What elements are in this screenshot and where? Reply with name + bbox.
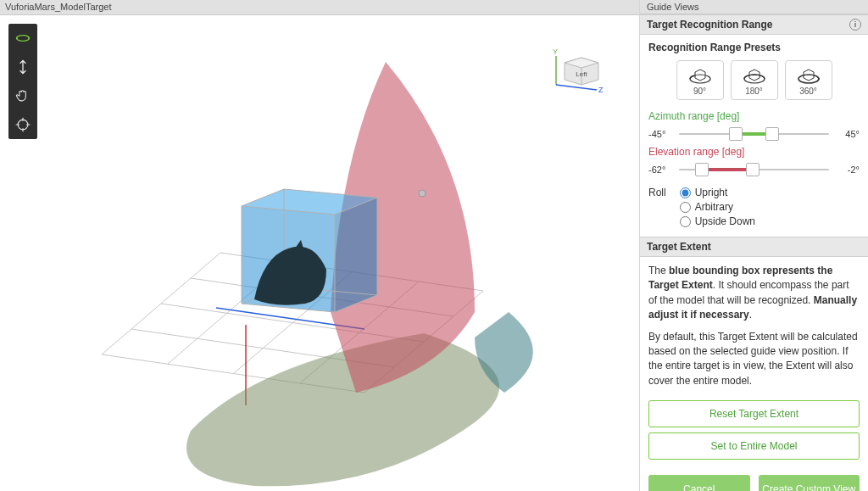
presets-label: Recognition Range Presets [648, 42, 860, 53]
pan-tool[interactable] [8, 81, 37, 110]
preset-180-icon [742, 66, 767, 85]
elevation-low-value: -62° [648, 165, 674, 175]
extent-desc-1: The blue bounding box represents the Tar… [648, 264, 860, 323]
svg-point-17 [18, 120, 28, 130]
section-recognition-title: Target Recognition Range [647, 19, 772, 31]
svg-line-19 [556, 85, 597, 90]
preset-360-icon [796, 66, 821, 85]
cancel-button[interactable]: Cancel [648, 475, 750, 491]
axis-z-label: Z [598, 86, 604, 94]
elevation-thumb-low[interactable] [695, 163, 709, 176]
side-panel: Guide Views Target Recognition Range i R… [639, 0, 868, 491]
preset-90[interactable]: 90° [676, 60, 724, 100]
elevation-slider[interactable] [679, 161, 829, 178]
reset-extent-button[interactable]: Reset Target Extent [648, 400, 860, 427]
azimuth-low-value: -45° [648, 129, 674, 139]
cube-face-label: Left [576, 70, 587, 78]
svg-point-16 [17, 36, 30, 42]
viewport-toolbar [8, 24, 37, 139]
azimuth-slider[interactable] [679, 126, 829, 142]
elevation-thumb-high[interactable] [746, 163, 760, 176]
hand-icon [14, 87, 31, 104]
view-cube[interactable]: Y Z Left [548, 46, 609, 93]
orbit-tool[interactable] [8, 24, 37, 53]
dolly-icon [14, 59, 31, 75]
azimuth-high-value: 45° [834, 129, 860, 139]
orbit-icon [14, 30, 31, 47]
extent-desc-2: By default, this Target Extent will be c… [648, 330, 860, 389]
axis-y-label: Y [553, 47, 558, 56]
roll-label: Roll [648, 187, 666, 198]
azimuth-thumb-low[interactable] [729, 127, 743, 141]
preset-360-label: 360° [799, 86, 817, 96]
svg-point-15 [419, 190, 426, 197]
create-custom-view-button[interactable]: Create Custom View [759, 475, 860, 491]
set-entire-model-button[interactable]: Set to Entire Model [648, 432, 860, 460]
preset-90-icon [687, 66, 713, 85]
preset-360[interactable]: 360° [785, 60, 832, 100]
section-extent-title: Target Extent [647, 241, 711, 253]
section-recognition-header: Target Recognition Range i [640, 14, 868, 35]
viewport-3d[interactable]: Y Z Left [0, 15, 639, 491]
scene-svg [0, 15, 639, 491]
elevation-high-value: -2° [834, 165, 860, 175]
elevation-label: Elevation range [deg] [648, 146, 860, 158]
window-title: VuforiaMars_ModelTarget [0, 0, 639, 15]
preset-180-label: 180° [745, 86, 763, 96]
roll-option-upside-down[interactable]: Upside Down [680, 215, 755, 227]
roll-option-upright[interactable]: Upright [680, 187, 755, 198]
preset-90-label: 90° [693, 86, 706, 96]
info-icon[interactable]: i [849, 19, 861, 31]
svg-point-25 [798, 75, 819, 83]
section-extent-header: Target Extent [640, 237, 868, 257]
azimuth-thumb-high[interactable] [765, 127, 779, 141]
azimuth-label: Azimuth range [deg] [648, 110, 860, 122]
preset-180[interactable]: 180° [731, 60, 778, 100]
dolly-tool[interactable] [8, 53, 37, 81]
roll-option-arbitrary[interactable]: Arbitrary [680, 201, 755, 213]
side-tab-guide-views[interactable]: Guide Views [640, 0, 868, 14]
center-tool[interactable] [8, 110, 37, 139]
crosshair-icon [14, 116, 31, 133]
